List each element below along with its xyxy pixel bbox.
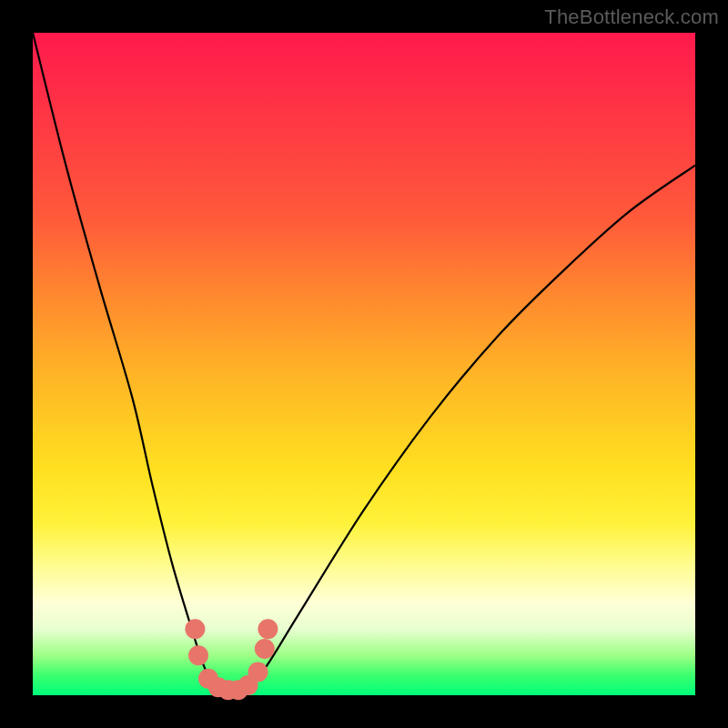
curve-markers	[185, 619, 278, 700]
curve-marker	[255, 639, 275, 659]
chart-overlay	[33, 33, 695, 695]
chart-frame: TheBottleneck.com	[0, 0, 728, 728]
curve-marker	[185, 619, 205, 639]
watermark-text: TheBottleneck.com	[544, 5, 719, 29]
bottleneck-curve	[33, 33, 695, 695]
curve-marker	[258, 619, 278, 639]
curve-marker	[248, 662, 268, 682]
curve-marker	[188, 645, 208, 665]
